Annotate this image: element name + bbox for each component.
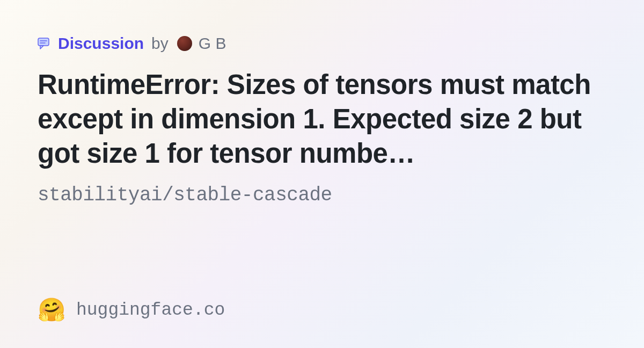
header-row: Discussion by G B bbox=[38, 34, 606, 53]
discussion-icon bbox=[38, 38, 53, 49]
repo-path: stabilityai/stable-cascade bbox=[38, 184, 606, 206]
huggingface-icon: 🤗 bbox=[38, 299, 65, 321]
avatar bbox=[177, 36, 192, 51]
domain-text: huggingface.co bbox=[76, 300, 225, 320]
author-name: G B bbox=[199, 34, 226, 53]
footer-row: 🤗 huggingface.co bbox=[38, 299, 225, 321]
social-card: Discussion by G B RuntimeError: Sizes of… bbox=[0, 0, 644, 348]
svg-rect-0 bbox=[38, 38, 49, 46]
discussion-title: RuntimeError: Sizes of tensors must matc… bbox=[38, 68, 606, 170]
discussion-label: Discussion bbox=[58, 34, 144, 53]
by-label: by bbox=[151, 34, 169, 53]
